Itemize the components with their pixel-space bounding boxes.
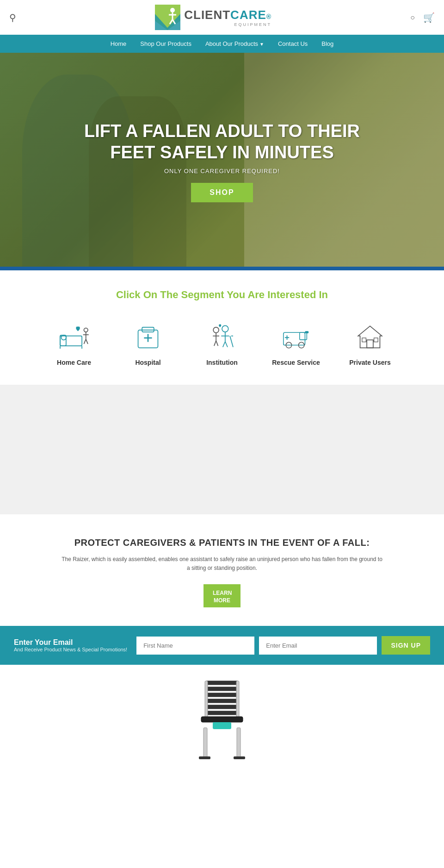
hero-title: LIFT A FALLEN ADULT TO THEIR FEET SAFELY… — [83, 121, 361, 163]
segment-item-institution[interactable]: Institution — [185, 317, 259, 371]
svg-rect-42 — [362, 338, 366, 342]
hero-overlay: LIFT A FALLEN ADULT TO THEIR FEET SAFELY… — [0, 53, 444, 270]
email-input[interactable] — [259, 637, 377, 655]
segment-item-hospital[interactable]: Hospital — [111, 317, 185, 371]
svg-line-16 — [86, 339, 88, 344]
segment-item-private[interactable]: Private Users — [333, 317, 407, 371]
product-section — [0, 665, 444, 785]
nav-shop[interactable]: Shop Our Products — [140, 40, 191, 47]
rescue-label: Rescue Service — [272, 359, 320, 366]
hospital-label: Hospital — [135, 359, 160, 366]
svg-rect-45 — [206, 687, 238, 691]
svg-marker-40 — [358, 326, 382, 348]
dropdown-arrow: ▼ — [259, 42, 264, 47]
svg-rect-46 — [206, 693, 238, 697]
segment-item-home-care[interactable]: Home Care — [37, 317, 111, 371]
nav-blog[interactable]: Blog — [321, 40, 333, 47]
svg-rect-39 — [305, 331, 308, 333]
account-icon[interactable]: ○ — [410, 13, 415, 22]
institution-icon — [204, 322, 240, 354]
header: ⚲ CLIENTCARE® EQUIPMENT ○ 🛒 — [0, 0, 444, 35]
segment-section: Click On The Segment You Are Interested … — [0, 270, 444, 385]
logo-registered: ® — [266, 13, 271, 20]
svg-rect-54 — [204, 728, 207, 758]
hero-shop-button[interactable]: SHOP — [191, 183, 253, 202]
svg-point-26 — [222, 325, 228, 332]
email-left: Enter Your Email And Receive Product New… — [14, 638, 127, 652]
rescue-icon — [278, 322, 314, 354]
logo-sub: EQUIPMENT — [184, 22, 271, 27]
logo-client: CLIENT — [184, 8, 230, 22]
signup-button[interactable]: SIGN UP — [382, 636, 430, 655]
svg-line-30 — [225, 342, 228, 347]
protect-title: PROTECT CAREGIVERS & PATIENTS IN THE EVE… — [37, 537, 407, 548]
svg-rect-51 — [236, 681, 239, 718]
private-label: Private Users — [349, 359, 391, 366]
institution-label: Institution — [206, 359, 238, 366]
hero-subtitle: ONLY ONE CAREGIVER REQUIRED! — [164, 168, 280, 175]
svg-rect-8 — [60, 335, 66, 346]
main-nav: Home Shop Our Products About Our Product… — [0, 35, 444, 53]
nav-home[interactable]: Home — [111, 40, 127, 47]
search-icon[interactable]: ⚲ — [9, 12, 16, 23]
svg-rect-56 — [199, 756, 210, 759]
svg-line-29 — [223, 342, 225, 347]
protect-description: The Raizer, which is easily assembled, e… — [60, 555, 384, 573]
svg-rect-49 — [206, 711, 238, 715]
learn-more-button[interactable]: LEARNMORE — [204, 584, 240, 607]
segment-item-rescue[interactable]: Rescue Service — [259, 317, 333, 371]
segment-title: Click On The Segment You Are Interested … — [9, 289, 435, 301]
hospital-icon — [130, 322, 166, 354]
home-care-label: Home Care — [57, 359, 91, 366]
svg-rect-52 — [201, 717, 243, 722]
email-inputs: SIGN UP — [136, 636, 430, 655]
hero-blue-bar — [0, 267, 444, 270]
svg-rect-44 — [206, 681, 238, 685]
svg-rect-34 — [300, 332, 307, 340]
svg-point-12 — [84, 328, 88, 332]
raizer-chair-svg — [192, 679, 252, 771]
gray-content-section — [0, 385, 444, 514]
svg-rect-43 — [374, 338, 378, 342]
svg-rect-53 — [213, 722, 231, 729]
svg-rect-47 — [206, 699, 238, 703]
segment-items: Home Care Hospital — [9, 317, 435, 371]
nav-about[interactable]: About Our Products▼ — [205, 40, 264, 47]
nav-contact[interactable]: Contact Us — [278, 40, 308, 47]
svg-rect-55 — [237, 728, 240, 758]
svg-point-21 — [213, 327, 219, 333]
logo-care: CARE — [230, 8, 266, 22]
email-subtitle: And Receive Product News & Special Promo… — [14, 647, 127, 652]
home-care-icon — [56, 322, 92, 354]
svg-rect-7 — [60, 336, 82, 346]
hero-section: LIFT A FALLEN ADULT TO THEIR FEET SAFELY… — [0, 53, 444, 270]
logo-svg — [155, 5, 180, 30]
svg-line-15 — [84, 339, 86, 344]
svg-rect-50 — [205, 681, 208, 718]
private-users-icon — [352, 322, 388, 354]
logo[interactable]: CLIENTCARE® EQUIPMENT — [155, 5, 271, 30]
email-section: Enter Your Email And Receive Product New… — [0, 626, 444, 665]
svg-rect-41 — [367, 340, 373, 348]
svg-rect-57 — [234, 756, 245, 759]
svg-line-25 — [216, 341, 218, 346]
email-title: Enter Your Email — [14, 638, 127, 647]
svg-line-31 — [230, 336, 233, 347]
svg-point-2 — [170, 8, 175, 12]
cart-icon[interactable]: 🛒 — [423, 12, 435, 23]
first-name-input[interactable] — [136, 637, 254, 655]
protect-section: PROTECT CAREGIVERS & PATIENTS IN THE EVE… — [0, 514, 444, 626]
product-image — [192, 679, 252, 771]
svg-line-24 — [214, 341, 216, 346]
svg-rect-48 — [206, 705, 238, 709]
